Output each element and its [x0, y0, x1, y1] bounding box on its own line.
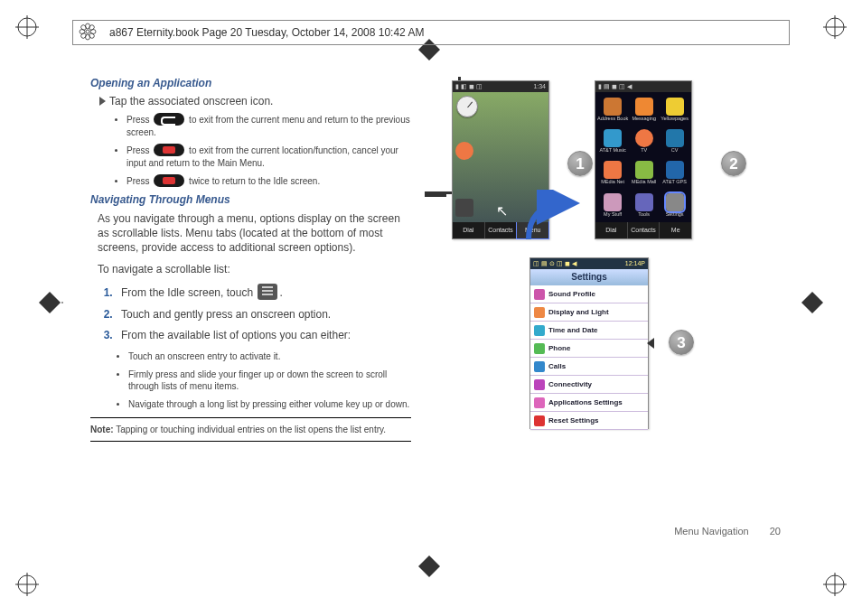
nav-paragraph-2: To navigate a scrollable list:	[98, 262, 404, 276]
settings-row-icon	[534, 379, 545, 390]
settings-row-label: Phone	[548, 344, 570, 352]
app-label: CV	[671, 148, 679, 154]
app-label: Settings	[666, 212, 684, 218]
app-cv: CV	[660, 126, 689, 156]
heading-opening-application: Opening an Application	[90, 77, 411, 89]
app-icon	[604, 161, 622, 179]
settings-row-label: Reset Settings	[548, 416, 599, 425]
fold-mark-left	[36, 289, 63, 316]
settings-row-display-and-light: Display and Light	[530, 303, 648, 322]
app-messaging: Messaging	[629, 94, 659, 125]
bullet-press-back: Press to exit from the current menu and …	[126, 113, 411, 138]
settings-row-icon	[534, 307, 545, 318]
app-icon	[666, 129, 684, 147]
app-tv: TV	[629, 126, 659, 156]
end-key-icon	[154, 174, 184, 187]
softkey-contacts: Contacts	[485, 222, 518, 238]
fold-mark-right	[799, 289, 826, 316]
nav-paragraph-1: As you navigate through a menu, options …	[98, 211, 404, 256]
clock-widget-icon	[456, 96, 478, 117]
play-arrow-icon	[99, 97, 106, 106]
app-at-t-music: AT&T Music	[597, 126, 628, 156]
arrowhead-icon	[647, 338, 654, 349]
softkey-me: Me	[660, 222, 691, 238]
flow-arrow-1-to-2	[520, 190, 583, 244]
svg-point-23	[89, 33, 96, 40]
app-icon	[604, 98, 622, 116]
step-3: From the available list of options you c…	[116, 329, 411, 343]
app-icon	[666, 193, 684, 211]
app-my-stuff: My Stuff	[597, 190, 628, 220]
note-divider-top	[90, 417, 411, 418]
app-label: My Stuff	[604, 212, 622, 218]
footer-section-name: Menu Navigation	[674, 526, 749, 537]
tv-shortcut-icon	[455, 142, 473, 160]
settings-row-label: Sound Profile	[548, 290, 595, 298]
settings-row-icon	[534, 325, 545, 336]
callout-2: 2	[721, 151, 746, 176]
settings-row-icon	[534, 397, 545, 408]
softkey-dial: Dial	[453, 222, 485, 238]
settings-row-applications-settings: Applications Settings	[530, 394, 648, 412]
step-2: Touch and gently press an onscreen optio…	[116, 308, 411, 322]
svg-point-24	[89, 24, 96, 32]
app-icon	[604, 193, 622, 211]
callout-1: 1	[567, 151, 593, 176]
step-1: From the Idle screen, touch .	[116, 284, 411, 301]
app-yellowpages: Yellowpages	[660, 94, 689, 125]
bullet-press-end1: Press to exit from the current location/…	[126, 144, 411, 169]
crop-mark-br	[821, 571, 848, 598]
app-icon	[635, 193, 653, 211]
app-label: AT&T GPS	[662, 180, 687, 185]
svg-marker-14	[801, 292, 823, 313]
framemaker-icon	[79, 23, 97, 41]
svg-point-22	[80, 24, 88, 32]
sub-bullet-touch: Touch an onscreen entry to activate it.	[128, 350, 411, 363]
callout-3: 3	[669, 330, 694, 355]
app-label: AT&T Music	[599, 148, 625, 154]
page-header-box: a867 Eternity.book Page 20 Tuesday, Octo…	[72, 20, 790, 45]
svg-point-25	[80, 33, 88, 40]
settings-title-bar: Settings	[530, 269, 648, 285]
app-settings: Settings	[660, 190, 689, 220]
settings-row-icon	[534, 415, 545, 426]
crop-mark-tl	[14, 14, 41, 41]
text-column: Opening an Application Tap the associate…	[90, 77, 425, 553]
touch-indicator-icon: ↖	[496, 202, 508, 219]
app-icon	[666, 161, 684, 179]
settings-row-connectivity: Connectivity	[530, 376, 648, 394]
note-divider-bottom	[90, 441, 411, 442]
page-header-text: a867 Eternity.book Page 20 Tuesday, Octo…	[109, 26, 424, 39]
app-icon	[635, 98, 653, 116]
settings-row-icon	[534, 343, 545, 354]
app-label: Messaging	[632, 117, 656, 122]
settings-row-calls: Calls	[530, 358, 648, 376]
app-label: Yellowpages	[661, 117, 689, 122]
app-media-net: MEdia Net	[597, 158, 628, 189]
settings-row-sound-profile: Sound Profile	[530, 285, 648, 303]
page-footer: Menu Navigation 20	[674, 526, 781, 537]
settings-row-label: Display and Light	[548, 308, 609, 316]
softkey-dial: Dial	[595, 222, 628, 238]
svg-point-17	[86, 30, 89, 33]
footer-page-number: 20	[770, 526, 781, 537]
app-label: Tools	[638, 212, 650, 218]
phone-settings-screenshot: ◫ ▤ ⊙ ◫ ◼ ◀12:14P Settings Sound Profile…	[529, 257, 649, 429]
status-bar: ▮ ◧ ◼ ◫1:34	[453, 81, 548, 92]
status-bar: ▮ ▤ ◼ ◫ ◀	[595, 81, 691, 92]
sub-bullet-volume: Navigate through a long list by pressing…	[128, 398, 411, 411]
app-label: MEdia Mall	[632, 180, 656, 185]
status-bar: ◫ ▤ ⊙ ◫ ◼ ◀12:14P	[530, 258, 648, 269]
app-address-book: Address Book	[597, 94, 628, 125]
app-tools: Tools	[629, 190, 659, 220]
heading-navigating-menus: Navigating Through Menus	[90, 193, 411, 206]
app-icon	[635, 161, 653, 179]
phone-menu-grid-screenshot: ▮ ▤ ◼ ◫ ◀ Address BookMessagingYellowpag…	[595, 80, 692, 239]
softkey-contacts: Contacts	[628, 222, 661, 238]
note-line: Note: Tapping or touching individual ent…	[90, 422, 411, 437]
svg-marker-16	[418, 555, 440, 577]
back-key-icon	[154, 113, 184, 126]
settings-row-icon	[534, 361, 545, 372]
fold-mark-bottom	[416, 553, 443, 580]
crop-mark-tr	[821, 14, 848, 41]
